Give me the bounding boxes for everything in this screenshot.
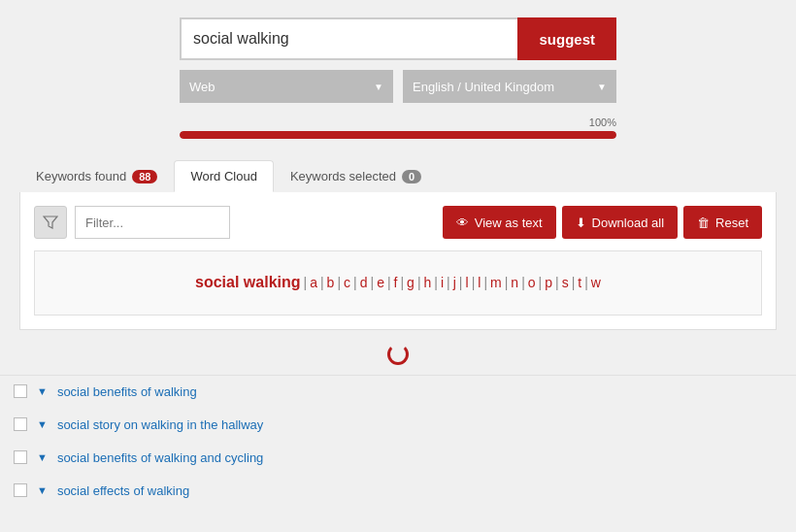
tab-keywords-found[interactable]: Keywords found 88 [19,160,174,192]
eye-icon: 👁 [456,216,469,230]
word-cloud-letter-o[interactable]: o [528,271,536,295]
word-cloud-letter-e[interactable]: e [377,271,384,295]
word-cloud-letter-f[interactable]: f [394,271,398,295]
result-checkbox-3[interactable] [14,483,27,497]
filter-left [34,206,230,239]
result-checkbox-1[interactable] [14,417,27,431]
result-arrow-0: ▼ [37,385,48,397]
tab-keywords-found-badge: 88 [132,170,157,183]
tab-word-cloud[interactable]: Word Cloud [174,160,273,192]
result-checkbox-0[interactable] [14,384,27,398]
word-cloud-box: social walking | a | b | c | d | e | f |… [34,250,762,316]
word-cloud-sep-6: | [400,271,404,295]
word-cloud-letter-t[interactable]: t [578,271,581,295]
word-cloud-letter-n[interactable]: n [511,271,518,295]
result-arrow-2: ▼ [37,451,48,463]
progress-bar-fill [180,131,616,139]
tabs-row: Keywords found 88 Word Cloud Keywords se… [19,160,777,192]
word-cloud-sep-11: | [472,271,476,295]
language-dropdown[interactable]: English / United Kingdom ▼ [403,70,616,103]
word-cloud-content: social walking | a | b | c | d | e | f |… [49,269,747,297]
word-cloud-letter-h[interactable]: h [424,271,432,295]
language-dropdown-label: English / United Kingdom [413,80,554,94]
word-cloud-letter-m[interactable]: m [490,271,502,295]
download-icon: ⬇ [576,216,586,230]
tab-keywords-selected-label: Keywords selected [290,169,396,183]
toolbar-row: 👁 View as text ⬇ Download all 🗑 Reset [34,206,762,239]
progress-label: 100% [589,116,616,128]
word-cloud-sep-10: | [459,271,463,295]
word-cloud-letter-j[interactable]: j [453,271,456,295]
result-text-2[interactable]: social benefits of walking and cycling [57,450,263,465]
word-cloud-letter-b[interactable]: b [327,271,335,295]
svg-marker-0 [44,216,57,228]
word-cloud-letter-c[interactable]: c [344,271,350,295]
download-all-button[interactable]: ⬇ Download all [562,206,678,239]
language-dropdown-arrow: ▼ [597,82,607,92]
result-arrow-3: ▼ [37,484,48,496]
result-text-0[interactable]: social benefits of walking [57,384,197,399]
type-dropdown-label: Web [189,80,216,94]
word-cloud-sep-5: | [387,271,391,295]
table-row: ▼ social benefits of walking [0,376,796,409]
main-content: 👁 View as text ⬇ Download all 🗑 Reset so… [19,192,777,330]
tab-keywords-selected-badge: 0 [402,170,421,183]
tab-word-cloud-label: Word Cloud [190,169,256,183]
word-cloud-sep-4: | [370,271,374,295]
suggest-button[interactable]: suggest [517,17,616,60]
download-all-label: Download all [592,216,664,230]
word-cloud-sep-0: | [304,271,308,295]
word-cloud-sep-3: | [353,271,357,295]
dropdowns-row: Web ▼ English / United Kingdom ▼ [180,70,616,103]
loading-spinner [387,344,409,365]
type-dropdown-arrow: ▼ [374,82,383,92]
word-cloud-letter-g[interactable]: g [407,271,415,295]
word-cloud-letter-l1[interactable]: l [466,271,469,295]
filter-input[interactable] [75,206,230,239]
word-cloud-letter-i[interactable]: i [441,271,444,295]
view-as-text-button[interactable]: 👁 View as text [443,206,556,239]
result-arrow-1: ▼ [37,418,48,430]
toolbar-right: 👁 View as text ⬇ Download all 🗑 Reset [443,206,762,239]
word-cloud-letter-p[interactable]: p [545,271,552,295]
table-row: ▼ social benefits of walking and cycling [0,442,796,475]
search-bar: suggest [180,17,616,60]
word-cloud-sep-8: | [434,271,438,295]
table-row: ▼ social story on walking in the hallway [0,409,796,442]
word-cloud-letter-l2[interactable]: l [478,271,481,295]
progress-bar-container [180,131,616,139]
language-dropdown-display[interactable]: English / United Kingdom ▼ [403,70,616,103]
trash-icon: 🗑 [697,216,710,230]
word-cloud-letter-w[interactable]: w [591,271,601,295]
search-input[interactable] [180,17,517,60]
word-cloud-sep-14: | [521,271,525,295]
word-cloud-sep-1: | [320,271,324,295]
word-cloud-sep-13: | [505,271,509,295]
results-list: ▼ social benefits of walking ▼ social st… [0,375,796,508]
word-cloud-sep-18: | [584,271,588,295]
type-dropdown[interactable]: Web ▼ [180,70,393,103]
reset-button[interactable]: 🗑 Reset [683,206,762,239]
tab-keywords-selected[interactable]: Keywords selected 0 [274,160,438,192]
reset-label: Reset [715,216,748,230]
word-cloud-letter-d[interactable]: d [360,271,368,295]
word-cloud-letter-s[interactable]: s [562,271,569,295]
filter-icon-button[interactable] [34,206,67,239]
word-cloud-sep-17: | [572,271,576,295]
result-checkbox-2[interactable] [14,450,27,464]
result-text-1[interactable]: social story on walking in the hallway [57,417,263,432]
word-cloud-sep-16: | [555,271,559,295]
word-cloud-letter-a[interactable]: a [310,271,317,295]
word-cloud-sep-7: | [417,271,421,295]
word-cloud-sep-15: | [539,271,543,295]
view-as-text-label: View as text [475,216,543,230]
type-dropdown-display[interactable]: Web ▼ [180,70,393,103]
word-cloud-sep-12: | [483,271,487,295]
word-cloud-main-word[interactable]: social walking [195,269,300,297]
progress-section: 100% [180,116,616,139]
filter-icon [43,215,58,230]
table-row: ▼ social effects of walking [0,475,796,508]
result-text-3[interactable]: social effects of walking [57,483,189,498]
tabs-section: Keywords found 88 Word Cloud Keywords se… [0,150,796,192]
loading-section [0,330,796,375]
